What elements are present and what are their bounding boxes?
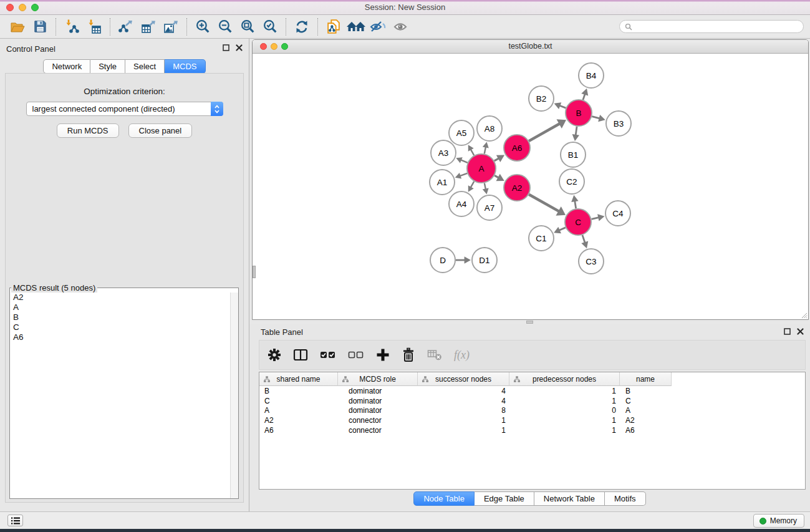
- table-cell[interactable]: 1: [418, 416, 509, 425]
- graph-node-A1[interactable]: A1: [430, 170, 455, 195]
- table-cell[interactable]: A2: [620, 416, 672, 425]
- tab-edge-table[interactable]: Edge Table: [475, 491, 534, 506]
- delete-table-icon[interactable]: [427, 349, 442, 361]
- tab-motifs[interactable]: Motifs: [605, 491, 646, 506]
- graph-edge-A-A8[interactable]: [485, 147, 486, 154]
- graph-edge-A-A7[interactable]: [485, 183, 486, 190]
- refresh-button[interactable]: [291, 17, 313, 37]
- table-cell[interactable]: 8: [418, 406, 509, 415]
- graph-edge-C-C1[interactable]: [559, 228, 566, 230]
- graph-node-B1[interactable]: B1: [561, 142, 586, 167]
- table-cell[interactable]: C: [259, 397, 338, 405]
- table-row-a6[interactable]: A6connector11A6: [259, 425, 805, 435]
- memory-button[interactable]: Memory: [753, 514, 804, 528]
- graph-node-C2[interactable]: C2: [559, 169, 584, 194]
- zoom-selected-button[interactable]: [259, 17, 281, 37]
- add-row-icon[interactable]: [376, 348, 390, 362]
- column-header-shared-name[interactable]: shared name: [259, 372, 338, 386]
- criterion-dropdown[interactable]: largest connected component (directed): [26, 102, 223, 116]
- homes-button[interactable]: [345, 17, 367, 37]
- graph-node-A6[interactable]: A6: [504, 135, 530, 161]
- table-cell[interactable]: C: [620, 397, 672, 405]
- column-header-mcds-role[interactable]: MCDS role: [338, 372, 418, 386]
- result-item-a2[interactable]: A2: [10, 293, 238, 302]
- table-row-a2[interactable]: A2connector11A2: [259, 415, 805, 425]
- show-panel-button[interactable]: [390, 17, 412, 37]
- task-history-button[interactable]: [7, 515, 23, 526]
- result-item-a[interactable]: A: [10, 302, 238, 312]
- graph-edge-B-B4[interactable]: [583, 94, 585, 100]
- resize-grip-icon[interactable]: [801, 312, 808, 319]
- tab-mcds[interactable]: MCDS: [165, 59, 205, 74]
- table-cell[interactable]: A6: [620, 426, 672, 435]
- graph-edge-A-A4[interactable]: [471, 181, 474, 188]
- graph-edge-A-A2[interactable]: [494, 175, 498, 177]
- graph-node-C[interactable]: C: [565, 209, 591, 235]
- table-cell[interactable]: A2: [259, 416, 338, 425]
- new-network-from-selection-button[interactable]: [322, 17, 345, 37]
- table-cell[interactable]: 1: [509, 397, 620, 405]
- result-item-a6[interactable]: A6: [10, 332, 238, 342]
- column-header-name[interactable]: name: [620, 372, 672, 386]
- graph-edge-C-C3[interactable]: [582, 235, 585, 243]
- column-header-predecessor-nodes[interactable]: predecessor nodes: [509, 372, 620, 386]
- tab-node-table[interactable]: Node Table: [413, 491, 475, 506]
- graph-edge-A6-B[interactable]: [529, 123, 559, 141]
- tab-select[interactable]: Select: [125, 59, 165, 74]
- result-item-c[interactable]: C: [10, 322, 238, 332]
- graph-node-B[interactable]: B: [566, 100, 592, 126]
- graph-node-C1[interactable]: C1: [529, 226, 554, 251]
- graph-edge-A-A1[interactable]: [460, 173, 468, 176]
- graph-node-D[interactable]: D: [430, 248, 455, 273]
- graph-node-C4[interactable]: C4: [605, 201, 630, 226]
- result-list-scrollbar[interactable]: [230, 293, 238, 498]
- run-mcds-button[interactable]: Run MCDS: [57, 123, 119, 138]
- float-panel-icon[interactable]: [223, 44, 229, 51]
- canvas-mini-scrollbar[interactable]: [253, 266, 256, 278]
- graph-node-B4[interactable]: B4: [579, 63, 604, 88]
- graph-node-A3[interactable]: A3: [431, 140, 456, 165]
- graph-edge-B-B2[interactable]: [559, 105, 566, 108]
- zoom-fit-button[interactable]: [236, 17, 259, 37]
- table-cell[interactable]: dominator: [338, 406, 418, 415]
- table-cell[interactable]: connector: [338, 426, 418, 435]
- graph-edge-C-C2[interactable]: [575, 201, 576, 208]
- tab-style[interactable]: Style: [90, 59, 125, 74]
- network-graph[interactable]: AA6A2BCA5A8A3A1A4A7B2B4B3B1C2C4C1C3DD1: [253, 54, 808, 319]
- zoom-out-button[interactable]: [214, 17, 236, 37]
- table-row-b[interactable]: Bdominator41B: [259, 386, 805, 396]
- tab-network-table[interactable]: Network Table: [534, 491, 605, 506]
- float-table-panel-icon[interactable]: [784, 328, 791, 335]
- graph-edge-B-B3[interactable]: [592, 117, 599, 118]
- table-cell[interactable]: A: [620, 406, 672, 415]
- graph-edge-A-A3[interactable]: [461, 160, 468, 162]
- tab-network[interactable]: Network: [43, 59, 90, 74]
- table-row-a[interactable]: Adominator80A: [259, 406, 805, 416]
- table-cell[interactable]: B: [259, 387, 338, 395]
- import-table-button[interactable]: [83, 17, 105, 37]
- table-cell[interactable]: B: [620, 387, 672, 395]
- open-session-button[interactable]: [6, 17, 29, 37]
- export-image-button[interactable]: [160, 17, 182, 37]
- table-cell[interactable]: dominator: [338, 397, 418, 405]
- graph-node-B2[interactable]: B2: [529, 86, 554, 111]
- settings-gear-icon[interactable]: [268, 348, 281, 362]
- graph-node-A4[interactable]: A4: [449, 191, 474, 216]
- graph-edge-C-C4[interactable]: [591, 218, 599, 220]
- close-table-panel-icon[interactable]: [797, 328, 804, 335]
- graph-edge-A-A6[interactable]: [494, 158, 499, 161]
- save-session-button[interactable]: [29, 17, 51, 37]
- table-cell[interactable]: A: [259, 406, 338, 415]
- table-cell[interactable]: 4: [418, 387, 509, 395]
- graph-node-A5[interactable]: A5: [449, 120, 474, 145]
- graph-node-B3[interactable]: B3: [606, 111, 631, 136]
- export-table-button[interactable]: [137, 17, 160, 37]
- graph-node-C3[interactable]: C3: [579, 249, 604, 274]
- search-input[interactable]: [635, 22, 798, 31]
- split-pane-handle[interactable]: [526, 321, 533, 324]
- table-cell[interactable]: 1: [418, 426, 509, 435]
- table-cell[interactable]: 1: [509, 387, 620, 395]
- select-all-icon[interactable]: [320, 348, 336, 362]
- table-cell[interactable]: 4: [418, 397, 509, 405]
- delete-row-trash-icon[interactable]: [402, 347, 415, 362]
